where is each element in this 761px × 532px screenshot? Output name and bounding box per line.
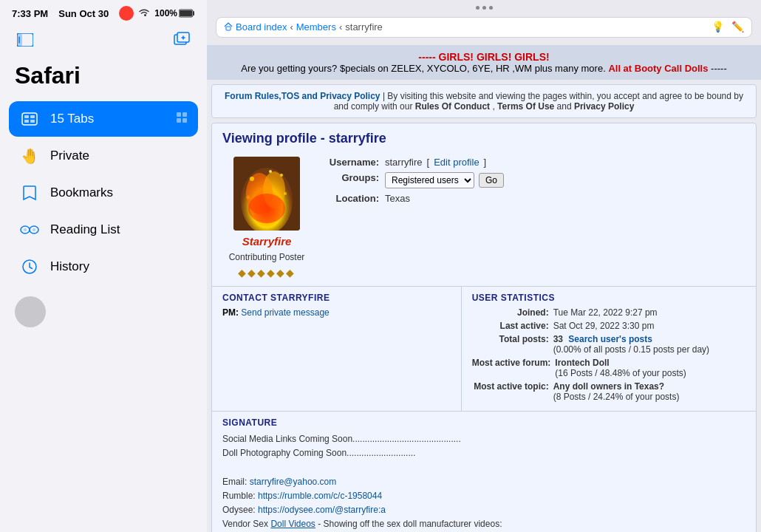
history-label: History [50, 259, 89, 274]
home-icon [224, 22, 233, 31]
wifi-icon [138, 8, 150, 19]
svg-point-29 [250, 177, 254, 181]
breadcrumb-sep1: ‹ [290, 21, 293, 33]
sidebar-top-buttons [0, 24, 207, 59]
pm-row: PM: Send private message [222, 307, 451, 318]
rumble-link[interactable]: https://rumble.com/c/c-1958044 [258, 491, 382, 501]
contact-section: CONTACT STARRYFIRE PM: Send private mess… [212, 287, 462, 411]
browser-toolbar: Board index ‹ Members ‹ starryfire 💡 ✏️ [207, 14, 761, 45]
svg-rect-17 [182, 118, 187, 123]
location-row: Location: Texas [326, 193, 745, 204]
svg-point-21 [33, 228, 35, 231]
browser-chrome-top [207, 0, 761, 14]
sidebar-item-history[interactable]: History [9, 249, 198, 284]
svg-rect-10 [24, 115, 29, 118]
search-posts-link[interactable]: Search user's posts [568, 334, 652, 344]
sidebar-toggle-btn[interactable] [12, 27, 38, 53]
history-icon [19, 256, 40, 277]
contact-header: CONTACT STARRYFIRE [222, 293, 451, 303]
stats-section: USER STATISTICS Joined: Tue Mar 22, 2022… [462, 287, 756, 411]
bookmarks-label: Bookmarks [50, 185, 113, 200]
svg-rect-13 [30, 120, 35, 123]
svg-point-31 [247, 196, 250, 200]
tabs-grid-icon [176, 112, 188, 126]
content-area: ----- GIRLS! GIRLS! GIRLS! Are you getti… [207, 45, 761, 532]
sidebar-item-private[interactable]: 🤚 Private [9, 138, 198, 174]
dot3 [489, 6, 493, 10]
tabs-label: 15 Tabs [50, 112, 94, 126]
vendor-link[interactable]: Doll Videos [270, 519, 315, 529]
main-browser: Board index ‹ Members ‹ starryfire 💡 ✏️ … [207, 0, 761, 532]
breadcrumb-current: starryfire [345, 21, 383, 33]
contact-stats: CONTACT STARRYFIRE PM: Send private mess… [212, 286, 756, 411]
private-icon: 🤚 [19, 146, 40, 166]
svg-point-30 [280, 174, 283, 177]
total-posts-row: Total posts: 33 Search user's posts (0.0… [472, 334, 745, 355]
app-title: Safari [0, 59, 207, 101]
signature-section: SIGNATURE Social Media Links Coming Soon… [212, 411, 756, 532]
profile-info-col: Username: starryfire [ Edit profile ] Gr… [326, 157, 745, 279]
date: Sun Oct 30 [58, 8, 109, 19]
address-bar[interactable]: Board index ‹ Members ‹ starryfire 💡 ✏️ [216, 17, 752, 38]
sig-odysee: Odysee: https://odysee.com/@starryfire:a [222, 503, 745, 517]
svg-rect-14 [177, 112, 181, 117]
sig-header: SIGNATURE [222, 417, 745, 428]
sig-email: Email: starryfire@yahoo.com [222, 475, 745, 489]
status-bar: 7:33 PM Sun Oct 30 100% [0, 0, 207, 24]
dot1 [476, 6, 480, 10]
svg-rect-15 [182, 112, 187, 117]
breadcrumb-icons: 💡 ✏️ [711, 21, 744, 33]
svg-point-32 [284, 192, 287, 195]
sig-content: Social Media Links Coming Soon..........… [222, 432, 745, 532]
tabs-icon [19, 109, 40, 129]
stats-header: USER STATISTICS [472, 293, 745, 303]
svg-rect-16 [177, 118, 181, 123]
time: 7:33 PM [12, 8, 48, 19]
sidebar-item-reading-list[interactable]: Reading List [9, 212, 198, 248]
most-active-forum-row: Most active forum: Irontech Doll (16 Pos… [472, 358, 745, 378]
sidebar-nav: 15 Tabs 🤚 Private Bookmarks [0, 101, 207, 284]
svg-point-20 [24, 228, 27, 231]
last-active-value: Sat Oct 29, 2022 3:30 pm [553, 321, 745, 331]
sidebar-item-tabs[interactable]: 15 Tabs [9, 101, 198, 137]
breadcrumb-members: Members [296, 21, 336, 33]
sidebar: 7:33 PM Sun Oct 30 100% [0, 0, 207, 532]
battery-icon: 100% [154, 8, 195, 18]
three-dots [207, 3, 761, 13]
private-label: Private [50, 149, 89, 163]
email-link[interactable]: starryfire@yahoo.com [250, 477, 337, 487]
avatar-name: Starryfire [242, 235, 292, 248]
reading-list-icon [19, 219, 40, 240]
groups-select[interactable]: Registered users [385, 172, 474, 188]
breadcrumb-sep2: ‹ [339, 21, 342, 33]
bookmarks-icon [19, 183, 40, 203]
edit-icon: ✏️ [731, 21, 744, 33]
sig-vendor: Vendor Sex Doll Videos - Showing off the… [222, 517, 745, 531]
odysee-link[interactable]: https://odysee.com/@starryfire:a [258, 505, 386, 515]
ad-line2: Are you getting yours? $pecials on ZELEX… [213, 63, 755, 74]
breadcrumb: Board index ‹ Members ‹ starryfire [224, 21, 383, 33]
sidebar-item-bookmarks[interactable]: Bookmarks [9, 175, 198, 211]
svg-rect-11 [30, 115, 35, 118]
joined-row: Joined: Tue Mar 22, 2022 9:27 pm [472, 307, 745, 318]
avatar-image [233, 157, 300, 231]
location-value: Texas [385, 193, 410, 204]
svg-rect-12 [24, 120, 29, 123]
new-tab-btn[interactable] [168, 27, 195, 53]
ad-banner: ----- GIRLS! GIRLS! GIRLS! Are you getti… [207, 45, 761, 80]
profile-body: Starryfire Contributing Poster ◆◆◆◆◆◆ Us… [212, 151, 756, 286]
svg-point-33 [269, 170, 272, 173]
avatar [233, 157, 300, 231]
last-active-row: Last active: Sat Oct 29, 2022 3:30 pm [472, 321, 745, 331]
most-active-topic-row: Most active topic: Any doll owners in Te… [472, 381, 745, 402]
svg-rect-9 [22, 113, 37, 125]
record-button [119, 6, 134, 21]
breadcrumb-home: Board index [236, 21, 287, 33]
username-row: Username: starryfire [ Edit profile ] [326, 157, 745, 168]
edit-profile-link[interactable]: Edit profile [434, 157, 479, 168]
avatar-diamonds: ◆◆◆◆◆◆ [238, 267, 296, 279]
pm-link[interactable]: Send private message [241, 307, 329, 318]
go-button[interactable]: Go [479, 173, 504, 188]
status-bar-right: 100% [119, 6, 195, 21]
svg-point-28 [248, 194, 285, 223]
